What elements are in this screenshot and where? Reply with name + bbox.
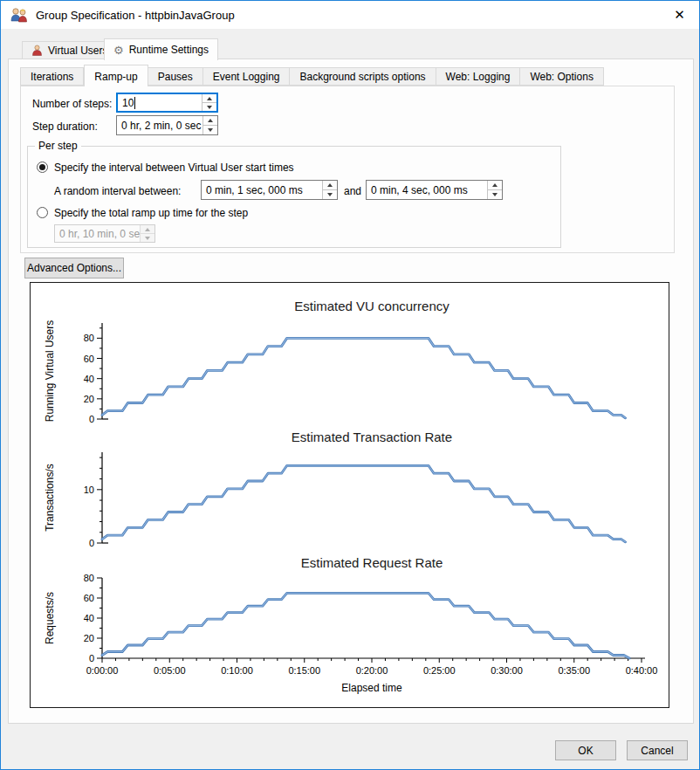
two-users-icon [10,7,29,23]
step-duration-value: 0 hr, 2 min, 0 sec [117,120,202,132]
svg-text:40: 40 [84,613,94,623]
chart-panel: Estimated VU concurrency 020406080Runnin… [30,282,669,708]
svg-text:Requests/s: Requests/s [44,592,56,644]
svg-text:0:15:00: 0:15:00 [288,665,320,676]
svg-text:0:35:00: 0:35:00 [558,665,590,676]
total-ramp-spinner: 0 hr, 10 min, 0 sec [54,224,155,243]
spin-down-button[interactable] [488,190,502,199]
close-icon: ✕ [674,7,685,23]
svg-text:0:30:00: 0:30:00 [491,665,523,676]
cancel-button[interactable]: Cancel [627,740,688,760]
svg-text:0:00:00: 0:00:00 [86,665,119,676]
svg-text:Elapsed time: Elapsed time [341,682,402,694]
step-duration-label: Step duration: [32,120,98,133]
svg-text:0:25:00: 0:25:00 [423,665,456,676]
window-title: Group Specification - httpbinJavaGroup [36,9,235,22]
spin-buttons [202,116,217,134]
svg-text:Transactions/s: Transactions/s [44,464,56,532]
spin-up-button[interactable] [488,181,502,190]
tab-runtime-settings[interactable]: ⚙ Runtime Settings [104,38,218,60]
spin-down-button[interactable] [202,103,216,111]
chart-title-vu-concurrency: Estimated VU concurrency [102,299,642,313]
text-caret [134,97,135,109]
svg-text:40: 40 [84,374,94,384]
group-specification-dialog: Group Specification - httpbinJavaGroup ✕… [0,0,700,770]
svg-text:0:10:00: 0:10:00 [221,665,253,676]
per-step-label: Per step [35,140,81,152]
number-of-steps-spinner[interactable]: 10 [116,93,218,113]
svg-text:20: 20 [84,633,94,643]
tab-label: Virtual Users [48,45,107,57]
radio-specify-interval[interactable] [37,162,48,173]
vu-concurrency-chart: 020406080Running Virtual Users [31,314,670,426]
spin-buttons [140,225,154,242]
svg-text:0: 0 [89,653,94,663]
subtab-pauses[interactable]: Pauses [148,67,203,86]
request-rate-chart: 020406080Requests/s0:00:000:05:000:10:00… [31,571,670,698]
number-of-steps-value: 10 [122,97,134,109]
spin-buttons [487,181,502,199]
subtab-background-scripts-options[interactable]: Background scripts options [290,67,436,86]
subtab-iterations[interactable]: Iterations [20,67,84,86]
chart-title-request-rate: Estimated Request Rate [102,555,642,570]
subtab-ramp-up[interactable]: Ramp-up [84,65,148,86]
radio-specify-total-label[interactable]: Specify the total ramp up time for the s… [54,207,248,219]
number-of-steps-label: Number of steps: [32,98,112,110]
svg-text:0:05:00: 0:05:00 [154,665,186,676]
spin-up-button[interactable] [202,94,216,103]
titlebar: Group Specification - httpbinJavaGroup ✕ [1,1,699,29]
svg-text:80: 80 [84,573,94,583]
subtab-web-options[interactable]: Web: Options [520,67,603,86]
total-ramp-value: 0 hr, 10 min, 0 sec [55,228,140,240]
svg-text:20: 20 [84,394,94,404]
close-button[interactable]: ✕ [660,1,699,29]
step-duration-spinner[interactable]: 0 hr, 2 min, 0 sec [116,115,218,135]
tab-label: Runtime Settings [129,44,209,56]
subtab-event-logging[interactable]: Event Logging [203,67,291,86]
svg-text:60: 60 [84,593,94,603]
svg-text:80: 80 [84,333,94,343]
svg-text:0: 0 [89,414,94,424]
transaction-rate-chart: 010Transactions/s [31,449,670,547]
interval-min-value: 0 min, 1 sec, 000 ms [202,184,322,196]
svg-text:0: 0 [89,538,94,547]
and-label: and [344,185,361,197]
svg-text:10: 10 [84,485,94,495]
spin-buttons [202,94,216,111]
chart-title-transaction-rate: Estimated Transaction Rate [102,430,642,444]
ramp-up-tab-bar: IterationsRamp-upPausesEvent LoggingBack… [20,67,604,86]
spin-down-button[interactable] [323,190,337,199]
spin-up-button[interactable] [203,116,217,126]
svg-text:60: 60 [84,354,94,364]
svg-text:0:20:00: 0:20:00 [356,665,388,676]
interval-max-spinner[interactable]: 0 min, 4 sec, 000 ms [366,180,503,200]
spin-up-button[interactable] [323,181,337,190]
svg-text:0:40:00: 0:40:00 [626,665,658,676]
interval-min-spinner[interactable]: 0 min, 1 sec, 000 ms [201,180,338,200]
gear-icon: ⚙ [113,45,124,56]
user-icon [31,45,43,56]
radio-specify-total[interactable] [37,207,48,218]
ok-button[interactable]: OK [555,740,616,760]
spin-down-button[interactable] [203,126,217,134]
svg-text:Running Virtual Users: Running Virtual Users [44,320,56,423]
radio-specify-interval-label[interactable]: Specify the interval between Virtual Use… [54,162,294,174]
interval-max-value: 0 min, 4 sec, 000 ms [367,184,487,196]
spin-buttons [322,181,337,199]
advanced-options-button[interactable]: Advanced Options... [24,258,124,278]
subtab-web-logging[interactable]: Web: Logging [436,67,521,86]
random-interval-label: A random interval between: [54,185,181,197]
